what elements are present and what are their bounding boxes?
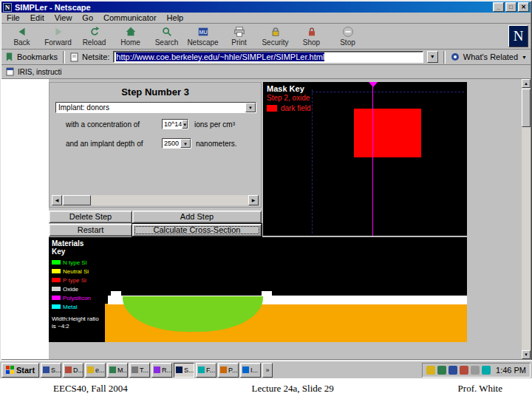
chevron-down-icon[interactable]: ▼ <box>245 103 256 112</box>
footer-course: EECS40, Fall 2004 <box>53 383 128 395</box>
implant-type-select[interactable]: Implant: donors ▼ <box>55 102 256 113</box>
footer-professor: Prof. White <box>458 383 502 395</box>
maximize-button[interactable]: □ <box>505 2 516 12</box>
forward-arrow-icon <box>52 26 65 38</box>
cross-section-cursor-line[interactable] <box>372 86 373 236</box>
scrollbar-thumb[interactable] <box>63 195 91 205</box>
page-proxy-icon[interactable] <box>70 52 78 62</box>
bookmark-icon <box>5 52 13 62</box>
depth-select[interactable]: 2500 ▼ <box>162 138 191 149</box>
delete-step-button[interactable]: Delete Step <box>49 211 132 223</box>
netscape-button[interactable]: MU Netscape <box>185 24 221 48</box>
scroll-left-icon[interactable]: ◀ <box>52 195 62 205</box>
add-step-button[interactable]: Add Step <box>132 211 262 223</box>
chevron-down-icon[interactable]: ▼ <box>180 139 191 148</box>
vertical-scrollbar[interactable]: ▲ ▼ <box>522 79 531 359</box>
cross-section-canvas[interactable] <box>105 237 467 342</box>
back-label: Back <box>13 38 30 47</box>
minimize-button[interactable]: _ <box>493 2 504 12</box>
task-button[interactable]: R... <box>151 363 172 378</box>
search-button[interactable]: Search <box>149 24 185 48</box>
close-button[interactable]: ✕ <box>518 2 529 12</box>
p-type-swatch <box>52 278 61 282</box>
scrollbar-thumb[interactable] <box>522 89 531 127</box>
start-button[interactable]: Start <box>1 363 39 378</box>
mask-key-panel[interactable]: Mask Key Step 2, oxide dark field <box>263 82 467 236</box>
chevron-down-icon[interactable]: ▼ <box>522 55 527 60</box>
mask-step-label: Step 2, oxide <box>263 93 467 102</box>
scroll-up-icon[interactable]: ▲ <box>522 79 531 88</box>
task-button[interactable]: T... <box>129 363 150 378</box>
menu-bar: File Edit View Go Communicator Help <box>1 13 531 24</box>
menu-help[interactable]: Help <box>162 13 189 22</box>
step-title: Step Number 3 <box>50 83 261 98</box>
url-text: http://www.coe.berkeley.edu/~hhle/SIMPLe… <box>116 52 324 61</box>
netscape-logo[interactable]: N <box>508 25 528 47</box>
task-icon <box>43 366 50 373</box>
concentration-select[interactable]: 10^14 ▼ <box>162 119 188 129</box>
home-icon <box>124 26 137 38</box>
scroll-down-icon[interactable]: ▼ <box>522 350 531 359</box>
menu-communicator[interactable]: Communicator <box>98 13 162 22</box>
cursor-marker-icon[interactable] <box>369 82 378 87</box>
forward-button[interactable]: Forward <box>40 24 76 48</box>
task-button-active[interactable]: S... <box>174 363 194 378</box>
task-label: T... <box>140 366 149 374</box>
panel-horizontal-scrollbar[interactable]: ◀ ▶ <box>52 195 259 205</box>
menu-file[interactable]: File <box>1 13 25 22</box>
task-button[interactable]: P... <box>218 363 239 378</box>
url-input[interactable]: http://www.coe.berkeley.edu/~hhle/SIMPLe… <box>113 51 423 63</box>
bookmarks-menu[interactable]: Bookmarks <box>17 52 58 61</box>
task-button[interactable]: F... <box>196 363 216 378</box>
task-button[interactable]: D... <box>63 363 83 378</box>
menu-view[interactable]: View <box>50 13 78 22</box>
taskbar-overflow-button[interactable]: » <box>262 363 273 378</box>
url-dropdown-button[interactable]: ▼ <box>427 51 438 63</box>
task-button[interactable]: I... <box>240 363 261 378</box>
whats-related-button[interactable]: What's Related <box>463 52 518 61</box>
ratio-note: Width:Height ratio is ~4:2 <box>49 311 105 330</box>
back-arrow-icon <box>16 26 29 38</box>
shop-button[interactable]: Shop <box>293 24 330 48</box>
stop-button[interactable]: Stop <box>330 24 366 48</box>
tray-display-icon[interactable] <box>449 366 457 375</box>
tray-network-icon[interactable] <box>437 366 446 375</box>
tray-antivirus-icon[interactable] <box>460 366 468 375</box>
oxide-swatch <box>52 287 61 291</box>
home-button[interactable]: Home <box>112 24 149 48</box>
tray-status-icon[interactable] <box>482 366 491 375</box>
restart-button[interactable]: Restart <box>49 224 132 236</box>
task-button[interactable]: M... <box>107 363 128 378</box>
netscape-label: Netscape <box>187 38 218 47</box>
back-button[interactable]: Back <box>4 24 40 48</box>
chevron-down-icon[interactable]: ▼ <box>182 120 188 129</box>
print-button[interactable]: Print <box>221 24 257 48</box>
whats-related-icon <box>451 52 460 61</box>
lock-icon <box>269 26 282 38</box>
menu-edit[interactable]: Edit <box>25 13 50 22</box>
task-button[interactable]: e... <box>85 363 106 378</box>
security-button[interactable]: Security <box>257 24 293 48</box>
task-icon <box>154 366 160 373</box>
grid-line-horizontal <box>312 92 464 92</box>
menu-go[interactable]: Go <box>77 13 98 22</box>
task-label: e... <box>95 366 105 374</box>
scroll-right-icon[interactable]: ▶ <box>248 195 259 205</box>
reload-button[interactable]: Reload <box>76 24 112 48</box>
home-label: Home <box>120 38 140 47</box>
tray-volume-icon[interactable] <box>426 366 435 375</box>
mask-rectangle[interactable] <box>354 109 421 157</box>
page-viewport: Step Number 3 Implant: donors ▼ with a c… <box>1 79 522 359</box>
personal-bookmark-item[interactable]: IRIS, instructi <box>18 68 61 76</box>
task-button[interactable]: S... <box>41 363 61 378</box>
print-label: Print <box>231 38 247 47</box>
concentration-value: 10^14 <box>163 120 182 128</box>
calculate-cross-section-button[interactable]: Calculate Cross-Section <box>132 224 262 236</box>
title-bar[interactable]: N SIMPLer - Netscape _ □ ✕ <box>1 1 531 13</box>
taskbar-clock[interactable]: 1:46 PM <box>493 366 526 375</box>
concentration-label: with a concentration of <box>66 120 140 129</box>
tray-scheduler-icon[interactable] <box>471 366 480 375</box>
slide: N SIMPLer - Netscape _ □ ✕ File Edit Vie… <box>0 0 532 399</box>
task-icon <box>132 366 138 373</box>
task-icon <box>242 366 249 373</box>
